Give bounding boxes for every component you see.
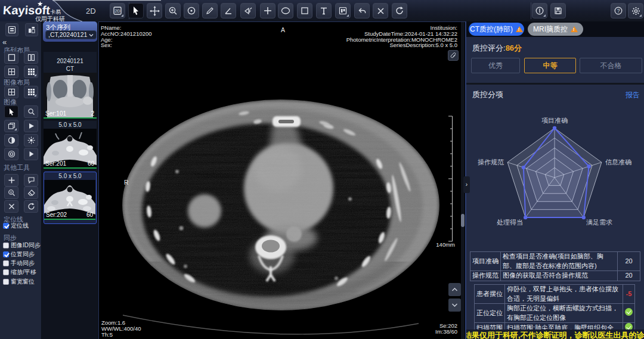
- svg-text:?: ?: [617, 8, 620, 14]
- svg-text:操作规范: 操作规范: [478, 158, 504, 166]
- svg-text:项目准确: 项目准确: [541, 117, 568, 124]
- svg-text:信息准确: 信息准确: [605, 158, 631, 166]
- svg-text:满足需求: 满足需求: [586, 219, 612, 226]
- svg-text:2D: 2D: [115, 9, 120, 13]
- svg-text:处理得当: 处理得当: [497, 219, 523, 226]
